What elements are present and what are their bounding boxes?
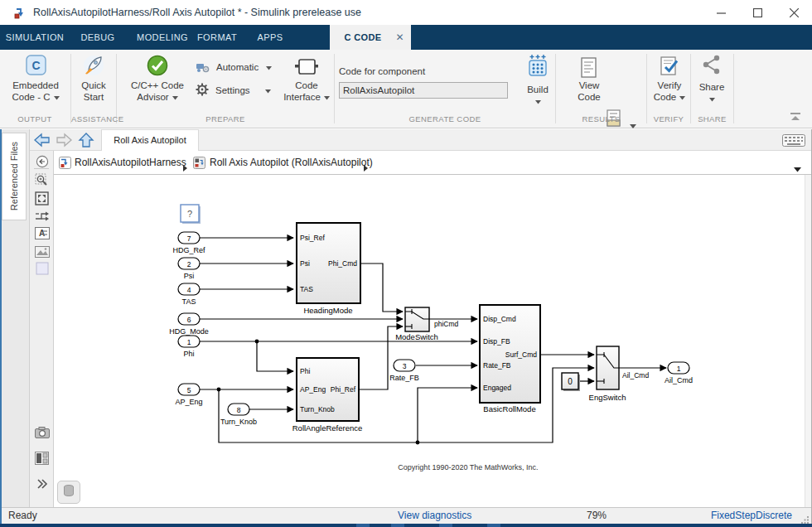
dropdown-caret-icon (709, 94, 715, 105)
block-diagram: ? 7 2 4 6 1 5 8 3 (54, 175, 805, 507)
port-name[interactable]: AP_Eng (175, 398, 202, 406)
dropdown-caret-icon (265, 85, 271, 95)
group-label-assistance: ASSISTANCE (71, 114, 116, 125)
view-code-button[interactable]: View Code (572, 50, 607, 111)
block-port-label: Phi (300, 367, 310, 375)
keyboard-shortcuts-icon[interactable] (782, 134, 805, 150)
camera-viewmark-icon[interactable] (34, 424, 50, 440)
tab-format[interactable]: FORMAT (189, 25, 245, 50)
embedded-code-icon: C (25, 54, 47, 80)
taskbar-blip (356, 524, 370, 527)
breadcrumb-current[interactable]: Roll Axis Autopilot (RollAxisAutopilot) (210, 151, 373, 175)
block-port-label: TAS (300, 285, 313, 293)
data-stack-icon (62, 484, 75, 500)
model-canvas[interactable]: ? 7 2 4 6 1 5 8 3 (54, 175, 805, 507)
tab-c-code[interactable]: C CODE ✕ (330, 25, 411, 50)
verify-code-button[interactable]: Verify Code (650, 50, 689, 111)
area-box-icon[interactable] (34, 260, 50, 276)
signal-label-ail-cmd[interactable]: Ail_Cmd (622, 371, 649, 380)
close-button[interactable] (776, 0, 812, 25)
embedded-code-button[interactable]: C Embedded Code - C (2, 50, 70, 111)
simulink-logo-icon (13, 6, 27, 23)
back-icon[interactable] (33, 133, 51, 151)
block-name[interactable]: EngSwitch (589, 393, 626, 402)
taskbar-blip (487, 524, 500, 527)
fit-to-view-icon[interactable] (34, 191, 50, 206)
more-tools-chevron-icon[interactable] (34, 476, 50, 491)
annotation-icon[interactable]: A (34, 225, 50, 241)
svg-text:C: C (31, 59, 40, 72)
signal-label-phicmd[interactable]: phiCmd (434, 320, 459, 328)
share-button[interactable]: Share (693, 50, 731, 111)
minimize-button[interactable] (703, 0, 739, 25)
tab-debug[interactable]: DEBUG (73, 25, 123, 50)
block-name[interactable]: BasicRollMode (483, 404, 535, 413)
breadcrumb-root[interactable]: RollAxisAutopilotHarness (75, 151, 186, 175)
code-interface-button[interactable]: Code Interface (280, 50, 333, 111)
hide-explorer-icon[interactable] (34, 153, 50, 169)
window-title: RollAxisAutopilotHarness/Roll Axis Autop… (33, 0, 361, 25)
port-name[interactable]: TAS (182, 297, 196, 306)
block-port-label: Psi (300, 259, 310, 268)
port-name[interactable]: Rate_FB (389, 374, 419, 382)
code-for-component-label: Code for component (339, 66, 425, 76)
branch-point (255, 340, 259, 344)
rocket-icon (82, 54, 105, 80)
referenced-files-tab[interactable]: Referenced Files (2, 133, 27, 220)
breadcrumb-separator-icon (364, 160, 369, 175)
solver-link[interactable]: FixedStepDiscrete (711, 508, 792, 525)
subsystem-icon (193, 157, 205, 172)
block-port-label: Surf_Cmd (505, 351, 538, 359)
route-lines-icon[interactable] (34, 208, 50, 224)
component-name-field[interactable] (339, 82, 508, 99)
dropdown-caret-icon (324, 92, 330, 104)
model-data-badge[interactable] (57, 481, 80, 504)
block-name[interactable]: HeadingMode (303, 306, 352, 315)
view-diagnostics-link[interactable]: View diagnostics (398, 508, 471, 525)
group-divider (733, 54, 734, 123)
block-name[interactable]: RollAngleReference (292, 423, 363, 433)
check-circle-icon (146, 54, 169, 80)
zoom-select-icon[interactable] (34, 172, 50, 188)
code-advisor-button[interactable]: C/C++ Code Advisor (121, 50, 194, 111)
settings-button[interactable]: Settings (196, 83, 271, 98)
quick-start-button[interactable]: Quick Start (73, 50, 114, 111)
image-icon[interactable] (34, 244, 50, 259)
window-left-border (0, 129, 2, 524)
breadcrumb-separator-icon (183, 160, 188, 175)
port-name[interactable]: Turn_Knob (220, 418, 257, 426)
block-name[interactable]: ModeSwitch (395, 332, 438, 341)
collapse-ribbon-icon[interactable] (789, 110, 802, 125)
zoom-level[interactable]: 79% (587, 508, 607, 525)
signal-branch[interactable] (257, 341, 293, 371)
block-port-label: Psi_Ref (300, 234, 325, 242)
port-name[interactable]: Psi (184, 272, 195, 280)
port-name[interactable]: HDG_Ref (172, 246, 205, 254)
document-tab[interactable]: Roll Axis Autopilot (101, 129, 199, 151)
statusbar: Ready View diagnostics 79% FixedStepDisc… (0, 507, 812, 524)
up-to-parent-icon[interactable] (78, 132, 94, 152)
tab-close-icon[interactable]: ✕ (396, 25, 404, 50)
gear-icon (196, 83, 209, 98)
signal-branch[interactable] (418, 388, 477, 442)
port-number: 5 (187, 386, 191, 394)
group-label-share: SHARE (691, 114, 733, 125)
block-port-label: Phi_Cmd (328, 259, 357, 268)
tab-simulation[interactable]: SIMULATION (5, 25, 65, 50)
subsystem-blocks-icon[interactable] (34, 450, 50, 466)
palette-divider (34, 168, 49, 169)
build-button[interactable]: Build (518, 50, 558, 111)
block-port-label: AP_Eng (300, 385, 326, 394)
maximize-button[interactable] (739, 0, 776, 25)
hardware-automatic-button[interactable]: Automatic (196, 60, 272, 75)
port-name[interactable]: Phi (183, 350, 194, 358)
port-name[interactable]: Ail_Cmd (665, 376, 693, 384)
tab-apps[interactable]: APPS (247, 25, 293, 50)
breadcrumb-dropdown-caret-icon[interactable] (794, 161, 801, 176)
port-name[interactable]: HDG_Mode (169, 327, 209, 336)
forward-icon[interactable] (55, 133, 73, 151)
tab-modeling[interactable]: MODELING (129, 25, 196, 50)
port-number: 2 (187, 260, 191, 268)
port-number: 1 (677, 365, 681, 373)
signal-line-phi-cmd[interactable] (360, 264, 403, 312)
